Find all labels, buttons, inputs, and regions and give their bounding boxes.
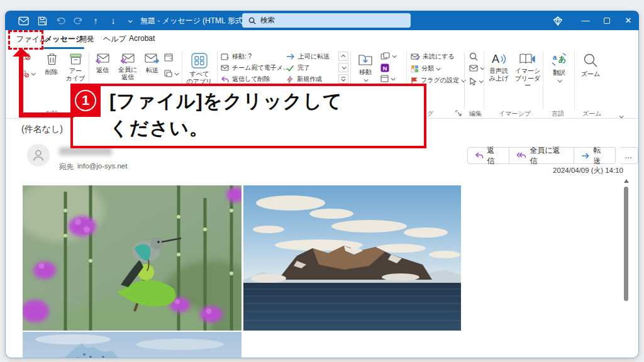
rules-button[interactable]	[380, 52, 396, 60]
mark-unread-button[interactable]: 未読にする	[411, 52, 455, 61]
quickstep-forward-boss[interactable]: 上司に転送	[286, 52, 330, 61]
reply-all-button[interactable]: 全員に 返信	[115, 53, 140, 80]
editing-group-label: 編集	[469, 109, 482, 118]
quickstep-move[interactable]: 移動: ?	[221, 52, 252, 61]
read-aloud-button[interactable]: A 音声読 み上げ	[486, 53, 511, 82]
zoom-group-label: ズーム	[582, 109, 601, 118]
editing-search-icon[interactable]	[469, 52, 478, 61]
annotation-step-number: 1	[75, 90, 96, 111]
message-actions: 返信 全員に返信 転送 …	[467, 147, 638, 164]
search-placeholder: 検索	[260, 16, 275, 25]
immersive-group-label: イマーシブ	[499, 109, 531, 118]
related-mail-button[interactable]	[469, 65, 484, 72]
forward-action-button[interactable]: 転送	[574, 147, 616, 164]
tab-message[interactable]: メッセージ	[45, 34, 83, 45]
select-button[interactable]	[469, 77, 482, 85]
actions-button[interactable]	[380, 75, 394, 82]
annotation-connector-horizontal	[19, 112, 74, 118]
qat-overflow-icon[interactable]	[124, 15, 135, 26]
scroll-up-arrow[interactable]	[624, 179, 629, 183]
save-icon[interactable]	[36, 15, 48, 26]
tab-acrobat[interactable]: Acrobat	[129, 34, 155, 43]
quickstep-new[interactable]: 新規作成	[286, 75, 322, 84]
annotation-callout: 1 [ファイル]をクリックして ください。	[70, 84, 426, 148]
premium-gem-icon[interactable]	[552, 15, 564, 26]
maximize-button[interactable]	[596, 11, 618, 30]
immersive-reader-button[interactable]: イマーシ ブリーダー	[513, 53, 543, 89]
tab-develop[interactable]: 開発	[79, 34, 94, 45]
forward-button[interactable]: 転送	[142, 53, 163, 75]
quickstep-reply-delete[interactable]: 返信して削除	[221, 75, 270, 84]
ribbon-tabs: ファイル メッセージ 開発 ヘルプ Acrobat	[6, 30, 638, 49]
hummingbird-photo	[23, 185, 242, 331]
svg-text:あ: あ	[558, 55, 566, 63]
window-content: ファイル メッセージ 開発 ヘルプ Acrobat	[5, 30, 639, 358]
search-icon	[248, 17, 256, 25]
to-address[interactable]: info@jo-sys.net	[77, 162, 127, 170]
onenote-button[interactable]: N	[380, 63, 389, 72]
close-button[interactable]: ✕	[618, 11, 639, 30]
quickstep-team-mail[interactable]: チーム宛て電子メ…	[221, 63, 289, 72]
scrollbar[interactable]	[623, 178, 630, 358]
titlebar: ↑ ↓ 無題 - メッセージ (HTML 形式) 検索 — ✕	[5, 11, 639, 30]
reply-all-action-button[interactable]: 全員に返信	[509, 147, 574, 164]
tags-dialog-launcher-icon[interactable]	[455, 110, 462, 116]
reply-button[interactable]: 返信	[91, 53, 114, 75]
quicksteps-scroll-down[interactable]	[338, 63, 348, 72]
language-group-label: 言語	[552, 109, 564, 118]
mountain-photo	[243, 185, 461, 331]
reply-action-button[interactable]: 返信	[467, 147, 509, 164]
archive-button[interactable]: アー カイブ	[64, 53, 87, 82]
annotation-text: [ファイル]をクリックして ください。	[109, 87, 343, 141]
quicksteps-more[interactable]	[338, 74, 348, 84]
window-title: 無題 - メッセージ (HTML 形式)	[140, 16, 245, 26]
all-apps-button[interactable]: すべて のアプリ	[186, 53, 213, 85]
move-button[interactable]: 移動	[354, 53, 377, 82]
quicksteps-scroll-up[interactable]	[338, 52, 348, 61]
meeting-button[interactable]	[164, 53, 174, 62]
meeting-more-button[interactable]	[164, 70, 178, 77]
outlook-message-window: ↑ ↓ 無題 - メッセージ (HTML 形式) 検索 — ✕	[5, 11, 639, 358]
annotation-step-badge: 1	[70, 84, 101, 117]
translate-button[interactable]: a あ 翻訳	[547, 53, 572, 82]
delete-button[interactable]: 削除	[41, 53, 62, 77]
annotation-highlight-file-tab	[8, 30, 43, 50]
avatar[interactable]	[27, 144, 50, 167]
annotation-connector-vertical	[19, 55, 23, 115]
search-box[interactable]: 検索	[242, 13, 411, 28]
minimize-button[interactable]: —	[575, 11, 596, 30]
move-up-icon[interactable]: ↑	[90, 15, 101, 26]
quickstep-done[interactable]: 完了	[286, 63, 310, 72]
collapse-ribbon-icon[interactable]	[619, 109, 623, 121]
outlook-app-icon[interactable]	[18, 15, 29, 26]
to-label: 宛先	[59, 162, 74, 172]
building-photo	[23, 332, 242, 358]
svg-text:A: A	[492, 53, 499, 65]
message-date: 2024/04/09 (火) 14:10	[553, 166, 623, 175]
undo-icon	[55, 15, 66, 26]
scrollbar-thumb[interactable]	[624, 187, 628, 301]
tab-help[interactable]: ヘルプ	[103, 34, 126, 45]
message-subject: (件名なし)	[21, 124, 63, 135]
more-actions-button[interactable]: …	[620, 147, 638, 164]
zoom-button[interactable]: ズーム	[578, 53, 603, 79]
svg-text:a: a	[553, 53, 557, 61]
categorize-button[interactable]: 分類	[411, 64, 440, 73]
move-down-icon[interactable]: ↓	[108, 15, 119, 26]
svg-text:N: N	[383, 65, 387, 72]
redo-icon	[72, 15, 84, 26]
